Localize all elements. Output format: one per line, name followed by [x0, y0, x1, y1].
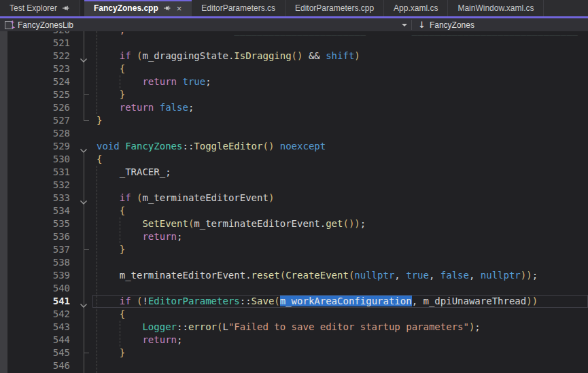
code-line-539[interactable]: 539 m_terminateEditorEvent.reset(CreateE…: [7, 269, 588, 282]
breakpoint-margin[interactable]: [0, 31, 7, 373]
outlining-margin: [70, 153, 92, 166]
line-number: 544: [7, 334, 70, 347]
tab-label: MainWindow.xaml.cs: [457, 3, 534, 13]
tab-mainwindow-xaml-cs[interactable]: MainWindow.xaml.cs: [448, 0, 544, 16]
line-content: }: [92, 347, 125, 359]
outlining-margin: [70, 31, 92, 37]
chevron-down-icon[interactable]: [402, 24, 407, 26]
code-line-540[interactable]: 540: [7, 282, 588, 295]
code-line-525[interactable]: 525 }: [7, 88, 588, 101]
code-line-528[interactable]: 528: [7, 127, 588, 140]
outlining-margin: [70, 217, 92, 230]
outlining-margin: [70, 114, 92, 127]
tab-fancyzones-cpp[interactable]: FancyZones.cpp×: [84, 0, 192, 16]
code-line-522[interactable]: 522 if (m_draggingState.IsDragging() && …: [7, 50, 588, 63]
line-number: 528: [7, 127, 70, 140]
line-content: }: [92, 243, 125, 256]
code-editor[interactable]: 520 , _______________________ __________…: [0, 31, 588, 373]
line-content: if (m_draggingState.IsDragging() && shif…: [92, 50, 360, 63]
line-content: {: [92, 308, 125, 321]
tab-app-xaml-cs[interactable]: App.xaml.cs: [384, 0, 448, 16]
code-line-520[interactable]: 520 , _______________________ __________…: [7, 31, 588, 37]
code-line-524[interactable]: 524 return true;: [7, 75, 588, 88]
line-number: 538: [7, 256, 70, 269]
line-content: [92, 127, 97, 140]
tab-label: EditorParameters.cpp: [295, 3, 374, 13]
line-content: return;: [92, 230, 182, 243]
code-line-529[interactable]: 529void FancyZones::ToggleEditor() noexc…: [7, 140, 588, 153]
code-line-531[interactable]: 531 _TRACER_;: [7, 166, 588, 179]
scope-dropdown[interactable]: ↓ FancyZones: [412, 18, 474, 31]
code-line-538[interactable]: 538: [7, 256, 588, 269]
line-number: 535: [7, 217, 70, 230]
pin-icon[interactable]: [62, 4, 70, 12]
outlining-margin: [70, 269, 92, 282]
highlighted-word: m_workAreaConfiguration: [280, 296, 412, 306]
code-line-543[interactable]: 543 Logger::error(L"Failed to save edito…: [7, 321, 588, 334]
fold-chevron-icon[interactable]: [80, 299, 88, 304]
line-number: 525: [7, 88, 70, 101]
line-content: [92, 282, 97, 295]
code-line-536[interactable]: 536 return;: [7, 230, 588, 243]
fold-chevron-icon[interactable]: [80, 54, 88, 59]
line-content: return true;: [92, 75, 211, 88]
fold-chevron-icon[interactable]: [80, 144, 88, 149]
line-number: 536: [7, 230, 70, 243]
outlining-margin: [70, 63, 92, 75]
code-line-521[interactable]: 521: [7, 37, 588, 50]
partial-top-line: 520 , _______________________ __________…: [7, 31, 588, 37]
outlining-margin: [70, 282, 92, 295]
line-content: [92, 37, 97, 50]
line-content: return false;: [92, 101, 194, 114]
outlining-margin: [70, 101, 92, 114]
code-line-542[interactable]: 542 {: [7, 308, 588, 321]
line-number: 537: [7, 243, 70, 256]
code-line-526[interactable]: 526 return false;: [7, 101, 588, 114]
line-number: 545: [7, 347, 70, 359]
tab-label: EditorParameters.cs: [201, 3, 275, 13]
line-number: 521: [7, 37, 70, 50]
line-content: {: [92, 205, 125, 217]
line-content: if (!EditorParameters::Save(m_workAreaCo…: [92, 295, 538, 308]
line-content: void FancyZones::ToggleEditor() noexcept: [92, 140, 326, 153]
line-number: 542: [7, 308, 70, 321]
line-content: , _______________________ ______________…: [92, 31, 578, 37]
code-line-532[interactable]: 532: [7, 179, 588, 192]
line-content: _TRACER_;: [92, 166, 171, 179]
code-line-545[interactable]: 545 }: [7, 347, 588, 359]
fold-chevron-icon[interactable]: [80, 196, 88, 201]
line-content: }: [92, 88, 125, 101]
tab-editorparameters-cs[interactable]: EditorParameters.cs: [192, 0, 286, 16]
tab-editorparameters-cpp[interactable]: EditorParameters.cpp: [286, 0, 384, 16]
code-line-533[interactable]: 533 if (m_terminateEditorEvent): [7, 192, 588, 205]
line-content: [92, 359, 97, 372]
cpp-project-icon: ++: [5, 20, 14, 29]
tab-label: App.xaml.cs: [394, 3, 438, 13]
tab-bar: Test ExplorerFancyZones.cpp×EditorParame…: [0, 0, 588, 18]
tab-label: Test Explorer: [10, 3, 57, 13]
line-number: 539: [7, 269, 70, 282]
line-number: 523: [7, 63, 70, 75]
code-line-527[interactable]: 527}: [7, 114, 588, 127]
code-line-530[interactable]: 530{: [7, 153, 588, 166]
tab-test-explorer[interactable]: Test Explorer: [0, 0, 80, 16]
line-content: if (m_terminateEditorEvent): [92, 192, 274, 205]
line-content: SetEvent(m_terminateEditorEvent.get());: [92, 217, 366, 230]
line-content: return;: [92, 334, 182, 347]
line-number: 543: [7, 321, 70, 334]
code-line-523[interactable]: 523 {: [7, 63, 588, 75]
code-line-534[interactable]: 534 {: [7, 205, 588, 217]
navigation-bar: ++ FancyZonesLib ↓ FancyZones: [0, 18, 588, 31]
code-line-546[interactable]: 546: [7, 359, 588, 372]
code-line-541[interactable]: 541 if (!EditorParameters::Save(m_workAr…: [7, 295, 588, 308]
code-line-537[interactable]: 537 }: [7, 243, 588, 256]
line-number: 540: [7, 282, 70, 295]
code-line-535[interactable]: 535 SetEvent(m_terminateEditorEvent.get(…: [7, 217, 588, 230]
outlining-margin: [70, 256, 92, 269]
line-number: 546: [7, 359, 70, 372]
close-icon[interactable]: ×: [176, 4, 183, 13]
project-dropdown[interactable]: ++ FancyZonesLib: [0, 18, 411, 31]
line-content: Logger::error(L"Failed to save editor st…: [92, 321, 481, 334]
pin-icon[interactable]: [163, 4, 171, 12]
code-line-544[interactable]: 544 return;: [7, 334, 588, 347]
